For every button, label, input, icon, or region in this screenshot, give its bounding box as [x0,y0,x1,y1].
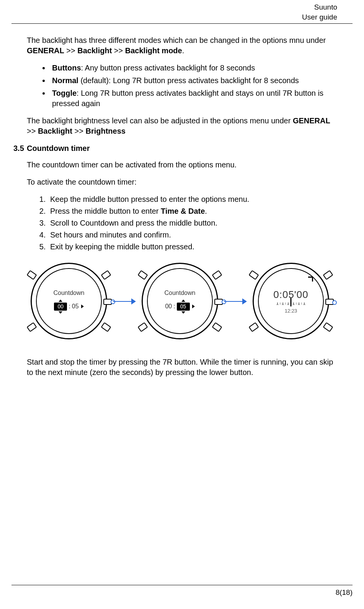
watch-button-bottom-right [101,322,111,332]
screen-title: Countdown [165,289,196,297]
text: The backlight has three different modes … [27,36,326,44]
page: Suunto User guide The backlight has thre… [0,0,364,609]
backlight-modes-intro: The backlight has three different modes … [27,35,337,56]
term: Toggle [52,89,77,97]
watch-screen: Countdown 00 : 05 [43,275,95,327]
watch-button-bottom-right [323,322,333,332]
watch-button-bottom-left [137,322,148,332]
section-heading-3-5: 3.5Countdown timer [13,143,337,154]
watch-button-top-left [26,270,37,280]
arrow-origin-dot [222,300,226,304]
text: . [205,207,207,215]
arrow-head [131,298,136,304]
minutes-value: 05 [177,303,190,311]
menu-path-backlight: Backlight [77,46,112,55]
list-item: Scroll to Countdown and press the middle… [48,218,337,228]
countdown-usage: Start and stop the timer by pressing the… [27,357,337,378]
hours-value: 00 [54,303,67,311]
arrow-origin-dot [111,300,115,304]
hours-stack: 00 [54,300,67,314]
watch-button-bottom-left [26,322,37,332]
text: Press the middle button to enter [50,207,161,215]
heading-title: Countdown timer [27,144,90,152]
minutes-value: 05 [72,302,79,311]
time-row: 00 : 05 [54,300,83,314]
play-icon [192,304,195,308]
term: Normal [52,76,78,85]
list-item: Exit by keeping the middle button presse… [48,242,337,252]
text: . [182,46,184,55]
countdown-activate-lead: To activate the countdown timer: [27,177,337,187]
arrow-line [113,301,132,302]
countdown-intro: The countdown timer can be activated fro… [27,160,337,170]
menu-name: Time & Date [161,207,205,215]
list-item: Normal (default): Long 7R button press a… [50,75,337,86]
play-icon [81,304,84,308]
down-arrow-icon [59,311,62,314]
backlight-brightness-intro: The backlight brightness level can also … [27,116,337,136]
clock-time: 12:23 [285,308,297,314]
list-item: Toggle: Long 7R button press activates b… [50,88,337,109]
down-arrow-icon [181,311,185,314]
indicator-needle [291,298,292,306]
list-item: Buttons: Any button press activates back… [50,63,337,73]
countdown-figure: Countdown 00 : 05 [31,259,337,347]
sequence-end-dot [332,300,337,305]
colon: : [173,302,175,311]
watch-countdown-hours: Countdown 00 : 05 [31,263,107,339]
text: >> [112,46,125,55]
footer-rule [11,585,353,585]
hours-value: 00 [165,302,172,311]
screen-title: Countdown [54,289,85,297]
text: >> [72,127,85,135]
watch-button-top-left [137,270,148,280]
term: Buttons [52,64,81,72]
text: The backlight brightness level can also … [27,116,293,125]
arrow-head [242,298,247,304]
backlight-modes-list: Buttons: Any button press activates back… [50,63,337,109]
menu-path-general: GENERAL [27,46,64,55]
up-arrow-icon [59,300,62,302]
arrow-icon [224,296,247,306]
page-number: 8(18) [27,588,353,598]
menu-path-brightness: Brightness [85,127,125,135]
header: Suunto User guide [11,0,353,24]
text: >> [27,127,38,135]
menu-path-general: GENERAL [293,116,330,125]
watch-button-top-right [323,270,333,280]
watch-button-top-right [212,270,222,280]
list-item: Press the middle button to enter Time & … [48,206,337,216]
content: The backlight has three different modes … [27,35,337,378]
text: >> [64,46,77,55]
countdown-steps: Keep the middle button pressed to enter … [48,194,337,252]
list-item: Set hours and minutes and confirm. [48,230,337,240]
text: (default): Long 7R button press activate… [78,76,299,85]
footer: 8(18) [27,585,337,598]
watch-button-top-left [248,270,259,280]
arrow-icon [113,296,136,306]
watch-button-top-right [101,270,111,280]
up-arrow-icon [181,300,185,302]
watch-button-bottom-left [248,322,259,332]
header-brand: Suunto [11,2,337,12]
text: : Any button press activates backlight f… [81,64,255,72]
menu-path-backlight: Backlight [38,127,72,135]
text: : Long 7R button press activates backlig… [52,89,323,108]
minutes-stack: 05 [177,300,190,314]
watch-countdown-minutes: Countdown 00 : 05 [142,263,218,339]
menu-path-backlight-mode: Backlight mode [125,46,182,55]
colon: : [69,302,70,311]
watch-countdown-running: 0:05'00 ┸╵┸╵┸╵┸╵┸╵┸ 12:23 [253,263,329,339]
arrow-line [224,301,243,302]
watch-button-bottom-right [212,322,222,332]
watch-screen: Countdown 00 : 05 [154,275,206,327]
header-subtitle: User guide [11,12,337,22]
time-row: 00 : 05 [165,300,194,314]
heading-number: 3.5 [13,143,27,154]
list-item: Keep the middle button pressed to enter … [48,194,337,205]
